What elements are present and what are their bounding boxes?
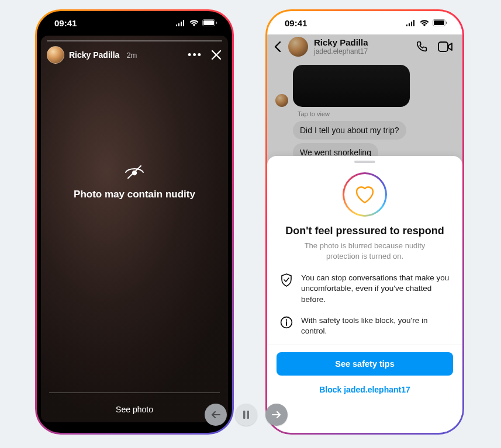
pause-button[interactable]	[235, 404, 257, 426]
svg-rect-10	[243, 411, 246, 419]
arrow-left-icon	[211, 411, 220, 418]
battery-icon	[433, 19, 447, 26]
nudity-warning: Photo may contain nudity	[41, 164, 228, 200]
battery-icon	[202, 19, 217, 26]
message-bubble[interactable]: Did I tell you about my trip?	[293, 121, 406, 140]
status-bar: 09:41	[267, 11, 462, 34]
wifi-icon	[189, 20, 199, 26]
svg-rect-5	[434, 20, 444, 25]
phone-frame-right: 09:41 Ricky Padilla jaded.elephant17	[265, 9, 464, 435]
story-username[interactable]: Ricky Padilla	[69, 50, 119, 60]
svg-rect-11	[247, 411, 250, 419]
status-bar: 09:41	[37, 11, 232, 34]
info-icon	[280, 316, 293, 329]
shield-check-icon	[280, 273, 293, 287]
carousel-controls	[205, 404, 288, 426]
status-time: 09:41	[54, 18, 77, 28]
avatar[interactable]	[275, 94, 288, 107]
svg-rect-7	[438, 42, 448, 51]
status-icons	[175, 19, 217, 26]
cellular-icon	[175, 20, 186, 26]
screen-left: 09:41 Ricky Padilla 2m •••	[37, 11, 232, 433]
dm-header: Ricky Padilla jaded.elephant17	[267, 34, 462, 61]
svg-rect-1	[203, 20, 214, 25]
sheet-grabber[interactable]	[354, 161, 375, 163]
svg-point-9	[286, 319, 287, 320]
audio-call-icon[interactable]	[416, 40, 429, 53]
status-icons	[406, 19, 447, 26]
see-photo-label: See photo	[116, 405, 153, 414]
story-viewer[interactable]: Ricky Padilla 2m ••• Photo m	[41, 36, 228, 422]
heart-badge-icon	[343, 172, 387, 217]
avatar[interactable]	[288, 37, 308, 57]
sheet-point: You can stop conversations that make you…	[280, 273, 450, 305]
more-options-icon[interactable]: •••	[188, 50, 202, 60]
sheet-title: Don't feel pressured to respond	[267, 225, 462, 237]
arrow-right-icon	[272, 411, 281, 418]
close-icon[interactable]	[210, 49, 222, 61]
cellular-icon	[406, 20, 416, 26]
blurred-photo-message[interactable]	[293, 65, 410, 107]
sheet-subtitle: The photo is blurred because nudity prot…	[267, 237, 462, 261]
screen-right: 09:41 Ricky Padilla jaded.elephant17	[267, 11, 462, 433]
see-photo-button[interactable]: See photo	[49, 393, 220, 414]
dm-name: Ricky Padilla	[314, 37, 368, 47]
eye-off-icon	[123, 164, 146, 180]
next-slide-button[interactable]	[265, 404, 288, 426]
see-safety-tips-button[interactable]: See safety tips	[277, 352, 453, 376]
story-time-ago: 2m	[126, 51, 137, 60]
video-call-icon[interactable]	[438, 41, 453, 53]
sheet-point-text: With safety tools like block, you're in …	[301, 315, 450, 336]
dm-user-info[interactable]: Ricky Padilla jaded.elephant17	[314, 37, 368, 55]
status-time: 09:41	[285, 18, 307, 28]
wifi-icon	[420, 20, 429, 26]
avatar[interactable]	[47, 46, 64, 64]
see-safety-tips-label: See safety tips	[335, 359, 395, 369]
pause-icon	[243, 411, 250, 419]
back-icon[interactable]	[273, 41, 282, 53]
block-user-link[interactable]: Block jaded.elephant17	[267, 385, 462, 394]
divider	[267, 345, 462, 345]
dm-handle: jaded.elephant17	[314, 48, 368, 56]
prev-slide-button[interactable]	[205, 404, 227, 426]
sheet-point: With safety tools like block, you're in …	[280, 315, 450, 336]
sheet-point-text: You can stop conversations that make you…	[301, 273, 450, 305]
safety-bottom-sheet: Don't feel pressured to respond The phot…	[267, 156, 462, 433]
phone-frame-left: 09:41 Ricky Padilla 2m •••	[35, 9, 234, 435]
story-header: Ricky Padilla 2m •••	[47, 46, 222, 64]
block-user-label: Block jaded.elephant17	[319, 385, 410, 394]
svg-rect-2	[216, 22, 217, 24]
nudity-warning-text: Photo may contain nudity	[74, 189, 195, 200]
svg-rect-6	[446, 22, 447, 24]
tap-to-view-hint: Tap to view	[298, 110, 454, 117]
story-progress-bar	[47, 40, 222, 41]
